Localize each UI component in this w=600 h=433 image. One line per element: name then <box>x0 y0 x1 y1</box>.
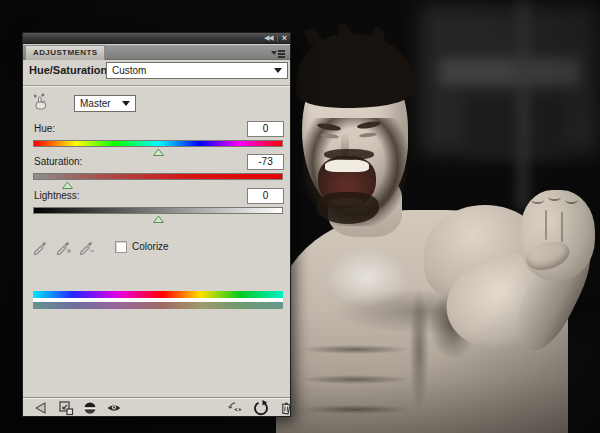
adjustment-title: Hue/Saturation <box>29 64 107 76</box>
saturation-slider-handle[interactable] <box>62 181 73 189</box>
saturation-slider-track[interactable] <box>33 173 283 180</box>
targeted-adjustment-tool-button[interactable] <box>32 92 52 112</box>
hue-slider-handle[interactable] <box>153 148 164 156</box>
panel-menu-caret <box>271 51 277 55</box>
delete-adjustment-layer-button[interactable] <box>278 400 294 416</box>
back-arrow-icon <box>33 400 49 416</box>
toggle-layer-visibility-button[interactable] <box>106 400 122 416</box>
panel-menu-line <box>278 53 285 55</box>
lightness-slider-track[interactable] <box>33 207 283 214</box>
subtract-from-sample-eyedropper-button[interactable] <box>79 239 95 255</box>
toggle-sphere-button[interactable] <box>82 400 98 416</box>
close-icon[interactable]: × <box>282 33 287 43</box>
trash-icon <box>278 400 294 416</box>
panel-menu-line <box>278 50 285 52</box>
footer-divider <box>23 397 290 399</box>
eyedropper-icon <box>33 239 49 255</box>
reset-arrow-icon <box>253 400 269 416</box>
preset-value: Custom <box>112 65 146 76</box>
saturation-label: Saturation: <box>34 156 82 167</box>
clip-to-layer-button[interactable] <box>58 400 74 416</box>
hue-slider-track[interactable] <box>33 140 283 147</box>
section-divider <box>23 85 290 87</box>
add-to-sample-eyedropper-button[interactable] <box>56 239 72 255</box>
adjustments-panel: ◀◀ × ADJUSTMENTS Hue/Saturation Custom <box>22 32 291 417</box>
clip-to-layer-icon <box>58 400 74 416</box>
chevron-down-icon <box>274 68 282 73</box>
input-hue-spectrum-bar <box>33 291 283 298</box>
chevron-down-icon <box>122 101 130 106</box>
channel-dropdown[interactable]: Master <box>74 95 136 112</box>
colorize-label: Colorize <box>132 241 169 252</box>
eyedropper-plus-icon <box>56 239 72 255</box>
saturation-value-field[interactable]: -73 <box>247 154 284 170</box>
output-hue-spectrum-bar <box>33 302 283 309</box>
hue-label: Hue: <box>34 123 55 134</box>
eye-icon <box>106 400 122 416</box>
panel-tab-bar: ADJUSTMENTS <box>23 45 290 60</box>
panel-menu-line <box>278 56 285 58</box>
hue-value-field[interactable]: 0 <box>247 121 284 137</box>
collapse-to-icons-icon[interactable]: ◀◀ <box>264 33 273 43</box>
return-to-adjustment-list-button[interactable] <box>33 400 49 416</box>
half-sphere-icon <box>82 400 98 416</box>
view-previous-state-button[interactable] <box>228 400 244 416</box>
lightness-label: Lightness: <box>34 190 80 201</box>
targeted-adjustment-hand-icon <box>32 92 52 112</box>
lightness-value-field[interactable]: 0 <box>247 188 284 204</box>
eye-with-arrow-icon <box>228 400 244 416</box>
channel-value: Master <box>80 98 111 109</box>
lightness-slider-handle[interactable] <box>153 215 164 223</box>
panel-titlebar[interactable]: ◀◀ × <box>23 33 290 44</box>
colorize-checkbox[interactable] <box>115 241 127 253</box>
eyedropper-minus-icon <box>79 239 95 255</box>
eyedropper-button[interactable] <box>33 239 49 255</box>
panel-menu-icon[interactable] <box>271 49 285 57</box>
reset-adjustment-button[interactable] <box>253 400 269 416</box>
tab-adjustments[interactable]: ADJUSTMENTS <box>25 45 105 60</box>
titlebar-divider <box>277 35 278 42</box>
photoshop-workspace: ◀◀ × ADJUSTMENTS Hue/Saturation Custom <box>0 0 600 433</box>
preset-dropdown[interactable]: Custom <box>106 62 288 79</box>
